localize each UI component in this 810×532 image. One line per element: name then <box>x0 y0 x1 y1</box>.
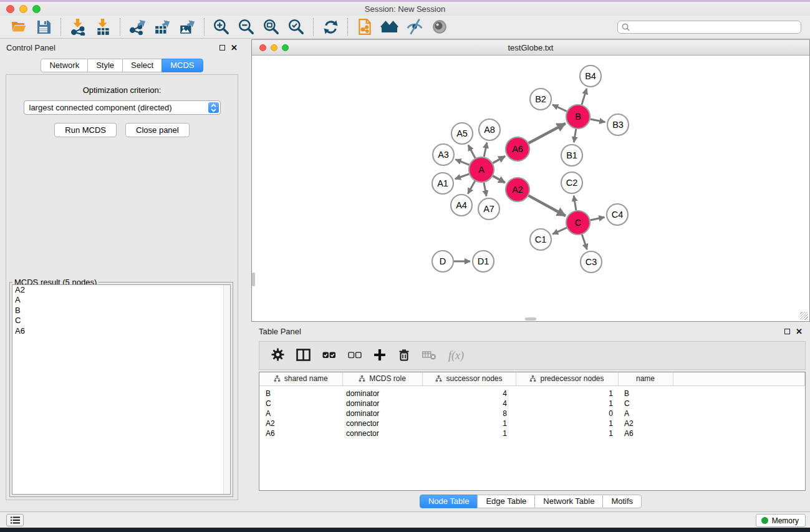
column-header-predecessor-nodes[interactable]: predecessor nodes <box>516 372 618 385</box>
graph-edge-B-B1[interactable] <box>574 129 576 143</box>
select-all-columns-button[interactable] <box>322 349 336 362</box>
export-table-button[interactable] <box>150 17 175 37</box>
table-cell[interactable]: C <box>618 399 673 409</box>
table-cell[interactable]: connector <box>342 428 422 438</box>
table-cell[interactable] <box>673 399 805 409</box>
graph-edge-B-B2[interactable] <box>552 105 567 112</box>
hide-selected-button[interactable] <box>402 17 427 37</box>
table-cell[interactable]: A6 <box>259 428 342 438</box>
memory-button[interactable]: Memory <box>756 514 806 527</box>
table-cell[interactable]: C <box>259 399 342 409</box>
column-header-shared-name[interactable]: shared name <box>259 372 342 385</box>
table-cell[interactable]: 0 <box>516 409 618 418</box>
result-item[interactable]: B <box>12 306 230 316</box>
table-row[interactable]: A2connector11A2 <box>259 418 805 428</box>
resize-grip[interactable] <box>800 312 808 320</box>
tab-node-table[interactable]: Node Table <box>420 495 478 508</box>
zoom-out-button[interactable] <box>234 17 259 37</box>
table-row[interactable]: Adominator80A <box>259 409 805 418</box>
export-image-button[interactable] <box>175 17 200 37</box>
graph-edge-B-B4[interactable] <box>582 89 587 105</box>
table-cell[interactable]: B <box>259 389 342 399</box>
table-cell[interactable]: 1 <box>422 428 516 438</box>
graph-edge-A-A3[interactable] <box>456 160 470 165</box>
unselect-all-columns-button[interactable] <box>348 349 362 362</box>
result-item[interactable]: A6 <box>12 326 230 336</box>
save-session-button[interactable] <box>31 17 56 37</box>
graph-edge-C-C4[interactable] <box>591 217 605 220</box>
graph-edge-A6-B[interactable] <box>529 123 566 143</box>
refresh-button[interactable] <box>318 17 343 37</box>
table-cell[interactable]: 1 <box>422 418 516 428</box>
tab-edge-table[interactable]: Edge Table <box>477 495 535 508</box>
close-panel-button[interactable]: Close panel <box>125 123 190 137</box>
column-header-mcds-role[interactable]: MCDS role <box>342 372 422 385</box>
table-cell[interactable]: 1 <box>516 428 618 438</box>
close-panel-icon[interactable]: ✕ <box>231 45 238 51</box>
tab-select[interactable]: Select <box>122 59 162 72</box>
table-cell[interactable]: 8 <box>422 409 516 418</box>
show-selected-button[interactable] <box>427 17 452 37</box>
graph-edge-A-A4[interactable] <box>468 181 475 193</box>
search-field[interactable] <box>617 21 801 34</box>
result-item[interactable]: A <box>12 295 230 305</box>
tab-style[interactable]: Style <box>87 59 123 72</box>
table-cell[interactable]: 1 <box>516 418 618 428</box>
tab-network-table[interactable]: Network Table <box>534 495 603 508</box>
open-session-button[interactable] <box>6 17 31 37</box>
mcds-result-list[interactable]: A2ABCA6 <box>12 284 231 495</box>
network-canvas[interactable]: AA6A2BCA5A8A3A1A4A7B2B4B3B1C2C4C1C3DD1 <box>252 56 809 321</box>
table-cell[interactable]: dominator <box>342 389 422 399</box>
graph-edge-C-C2[interactable] <box>574 196 576 211</box>
graph-edge-A-A7[interactable] <box>484 183 486 196</box>
table-row[interactable]: Cdominator41C <box>259 399 805 409</box>
show-tasks-button[interactable] <box>6 514 24 526</box>
table-cell[interactable]: 1 <box>516 399 618 409</box>
table-cell[interactable]: A <box>259 409 342 418</box>
delete-table-button[interactable] <box>422 349 436 362</box>
graph-edge-A-A5[interactable] <box>468 145 475 158</box>
table-cell[interactable] <box>673 409 805 418</box>
criterion-dropdown[interactable]: largest connected component (directed) <box>24 100 221 115</box>
tab-network[interactable]: Network <box>41 59 88 72</box>
graph-edge-C-C1[interactable] <box>552 228 567 234</box>
zoom-in-button[interactable] <box>209 17 234 37</box>
close-panel-icon[interactable]: ✕ <box>796 329 803 334</box>
table-cell[interactable]: A2 <box>259 418 342 428</box>
tab-motifs[interactable]: Motifs <box>602 495 642 508</box>
table-cell[interactable]: A6 <box>618 428 673 438</box>
column-header-name[interactable]: name <box>618 372 673 385</box>
horizontal-scroll-thumb[interactable] <box>525 317 536 321</box>
table-row[interactable]: A6connector11A6 <box>259 428 805 438</box>
float-panel-icon[interactable] <box>784 329 790 334</box>
graph-edge-C-C3[interactable] <box>582 235 587 249</box>
vertical-scroll-thumb[interactable] <box>252 273 255 286</box>
table-cell[interactable] <box>673 418 805 428</box>
table-cell[interactable]: 4 <box>422 389 516 399</box>
toggle-columns-button[interactable] <box>296 349 311 363</box>
home-button[interactable] <box>377 17 402 37</box>
graph-edge-A-A6[interactable] <box>493 156 505 163</box>
run-mcds-button[interactable]: Run MCDS <box>54 123 117 137</box>
table-cell[interactable]: dominator <box>342 399 422 409</box>
table-cell[interactable] <box>673 428 805 438</box>
graph-edge-A-A2[interactable] <box>493 176 505 183</box>
import-network-button[interactable] <box>65 17 90 37</box>
clone-network-button[interactable] <box>352 17 377 37</box>
scrollbar-track[interactable] <box>223 285 230 494</box>
delete-columns-button[interactable] <box>398 348 410 364</box>
export-network-button[interactable] <box>125 17 150 37</box>
column-header-successor-nodes[interactable]: successor nodes <box>422 372 516 385</box>
float-panel-icon[interactable] <box>219 45 225 51</box>
table-cell[interactable]: A2 <box>618 418 673 428</box>
graph-edge-A2-C[interactable] <box>529 196 566 216</box>
graph-edge-B-B3[interactable] <box>591 119 605 122</box>
table-cell[interactable]: B <box>618 389 673 399</box>
zoom-selected-button[interactable] <box>284 17 309 37</box>
graph-edge-A-A1[interactable] <box>455 174 469 179</box>
search-input[interactable] <box>633 22 797 31</box>
table-cell[interactable]: connector <box>342 418 422 428</box>
network-window-titlebar[interactable]: testGlobe.txt <box>252 40 809 56</box>
zoom-fit-button[interactable] <box>259 17 284 37</box>
create-column-button[interactable] <box>374 349 386 363</box>
